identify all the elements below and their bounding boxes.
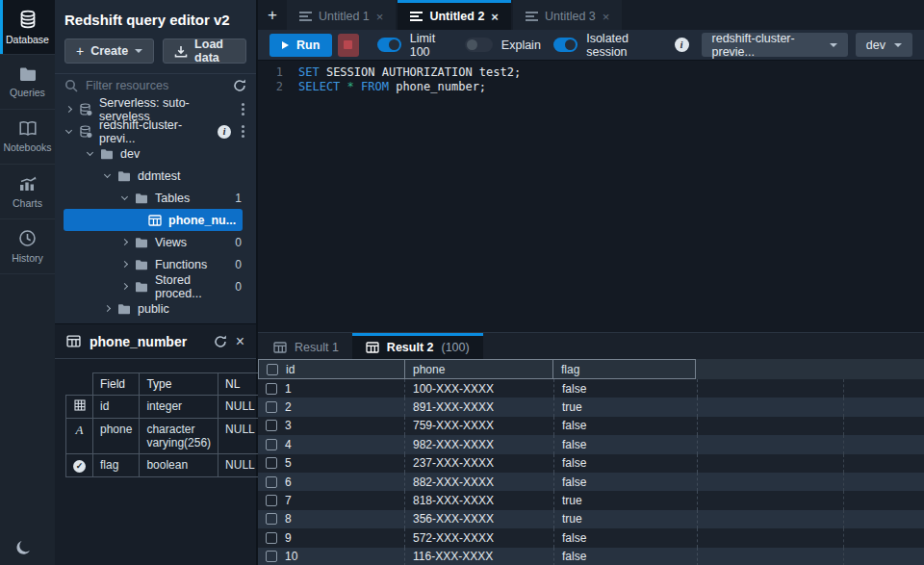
info-icon[interactable] [218, 125, 231, 139]
rail-label-database: Database [6, 34, 49, 45]
load-data-button[interactable]: Load data [163, 39, 246, 64]
row-checkbox[interactable] [266, 495, 277, 506]
run-button[interactable]: Run [270, 34, 332, 57]
rail-item-queries[interactable]: Queries [0, 55, 55, 110]
create-button[interactable]: + Create [64, 39, 154, 64]
tree-item-phone-number[interactable]: phone_nu... [64, 209, 243, 231]
isolated-session-toggle-group: Isolated session [553, 32, 662, 59]
filter-resources [55, 74, 256, 95]
tree-item-dev[interactable]: dev [55, 142, 256, 165]
sql-editor[interactable]: 1SET SESSION AUTHORIZATION test2; 2SELEC… [258, 61, 924, 332]
rail-item-database[interactable]: Database [0, 0, 55, 55]
tree-item-cluster[interactable]: redshift-cluster-previ... [55, 120, 256, 142]
tab-untitled-3[interactable]: Untitled 3 [513, 0, 622, 30]
table-row: 3759-XXX-XXXXfalse [258, 417, 924, 435]
chevron-down-icon[interactable] [104, 171, 111, 178]
resource-tree: Serverless: suto-serveless redshift-clus… [55, 95, 256, 320]
main-area: + Untitled 1 Untitled 2 Untitled 3 Run [258, 0, 924, 565]
result-tab-2[interactable]: Result 2 (100) [352, 333, 483, 359]
folder-icon [135, 237, 148, 248]
row-checkbox[interactable] [266, 457, 277, 469]
close-tab-icon[interactable] [603, 11, 610, 23]
row-checkbox[interactable] [266, 513, 277, 525]
tree-item-tables[interactable]: Tables 1 [55, 187, 256, 209]
stop-button[interactable] [338, 34, 358, 57]
editor-tab-bar: + Untitled 1 Untitled 2 Untitled 3 [258, 0, 924, 30]
rail-item-history[interactable]: History [0, 219, 55, 274]
rail-label-history: History [12, 252, 43, 264]
refresh-icon[interactable] [214, 335, 227, 348]
chevron-down-icon[interactable] [87, 149, 93, 156]
refresh-icon[interactable] [233, 79, 246, 92]
close-tab-icon[interactable] [376, 11, 384, 23]
row-checkbox[interactable] [266, 532, 277, 544]
tree-item-stored-procedures[interactable]: Stored proced... 0 [55, 275, 256, 297]
row-checkbox[interactable] [266, 401, 277, 413]
filter-resources-input[interactable] [86, 79, 225, 92]
theme-toggle[interactable] [0, 532, 55, 565]
chevron-down-icon[interactable] [65, 127, 72, 134]
row-checkbox[interactable] [266, 551, 277, 562]
rail-item-charts[interactable]: Charts [0, 165, 55, 219]
functions-count: 0 [235, 258, 246, 271]
isolated-session-toggle[interactable] [553, 38, 578, 52]
info-icon[interactable] [675, 38, 689, 52]
col-header-field: Field [93, 373, 140, 396]
tree-item-public[interactable]: public [55, 297, 256, 320]
play-icon [282, 41, 289, 49]
code-line: 2SELECT * FROM phone_number; [258, 80, 924, 94]
select-all-checkbox[interactable] [267, 364, 278, 375]
table-icon [273, 342, 287, 353]
line-number: 1 [258, 65, 298, 80]
field-type: character varying(256) [140, 419, 218, 454]
explain-label: Explain [501, 39, 541, 52]
result-tab-1[interactable]: Result 1 [260, 333, 352, 359]
col-header-type: Type [140, 373, 218, 396]
new-tab-button[interactable]: + [258, 0, 287, 30]
chevron-down-icon [135, 49, 142, 53]
rail-item-notebooks[interactable]: Notebooks [0, 110, 55, 165]
chevron-down-icon[interactable] [121, 193, 128, 200]
close-tab-icon[interactable] [491, 11, 499, 23]
database-dropdown[interactable]: dev [856, 33, 912, 57]
tab-untitled-2[interactable]: Untitled 2 [398, 0, 511, 30]
line-number: 2 [258, 80, 298, 94]
kebab-menu-icon[interactable] [242, 130, 244, 133]
table-row: 4982-XXX-XXXXfalse [258, 435, 924, 453]
field-type: boolean [140, 454, 218, 477]
folder-icon [18, 66, 38, 82]
row-checkbox[interactable] [266, 383, 277, 395]
field-name: phone [93, 419, 140, 454]
cluster-dropdown[interactable]: redshift-cluster-previe... [702, 33, 848, 57]
rail-label-charts: Charts [13, 197, 42, 209]
tree-item-views[interactable]: Views 0 [55, 231, 256, 253]
table-row: 7818-XXX-XXXXtrue [258, 491, 924, 509]
chevron-right-icon[interactable] [121, 261, 128, 268]
isolated-session-label: Isolated session [586, 32, 661, 59]
plus-icon: + [76, 43, 84, 59]
row-checkbox[interactable] [266, 420, 277, 431]
limit-toggle[interactable] [377, 38, 401, 52]
tree-item-ddmtest[interactable]: ddmtest [55, 165, 256, 187]
chevron-right-icon[interactable] [121, 283, 128, 290]
table-row: 9572-XXX-XXXXfalse [258, 528, 924, 547]
table-detail-panel: phone_number Field Type NL id integer NU… [55, 323, 256, 565]
folder-open-icon [117, 303, 131, 315]
chevron-right-icon[interactable] [121, 239, 128, 245]
tab-untitled-1[interactable]: Untitled 1 [287, 0, 396, 30]
rail-label-notebooks: Notebooks [3, 141, 51, 153]
database-sidebar: Redshift query editor v2 + Create Load d… [55, 0, 258, 565]
chevron-right-icon[interactable] [65, 106, 72, 113]
explain-toggle[interactable] [465, 38, 493, 52]
chevron-right-icon[interactable] [104, 305, 111, 312]
table-row: flag boolean NULL [66, 454, 263, 477]
database-icon [18, 10, 38, 29]
row-checkbox[interactable] [266, 439, 277, 450]
kebab-menu-icon[interactable] [242, 108, 244, 111]
close-icon[interactable] [236, 334, 244, 349]
row-checkbox[interactable] [266, 476, 277, 488]
rail-spacer [0, 274, 55, 532]
editor-file-icon [526, 11, 538, 22]
moon-icon [15, 539, 33, 559]
database-badge-icon [79, 103, 92, 116]
